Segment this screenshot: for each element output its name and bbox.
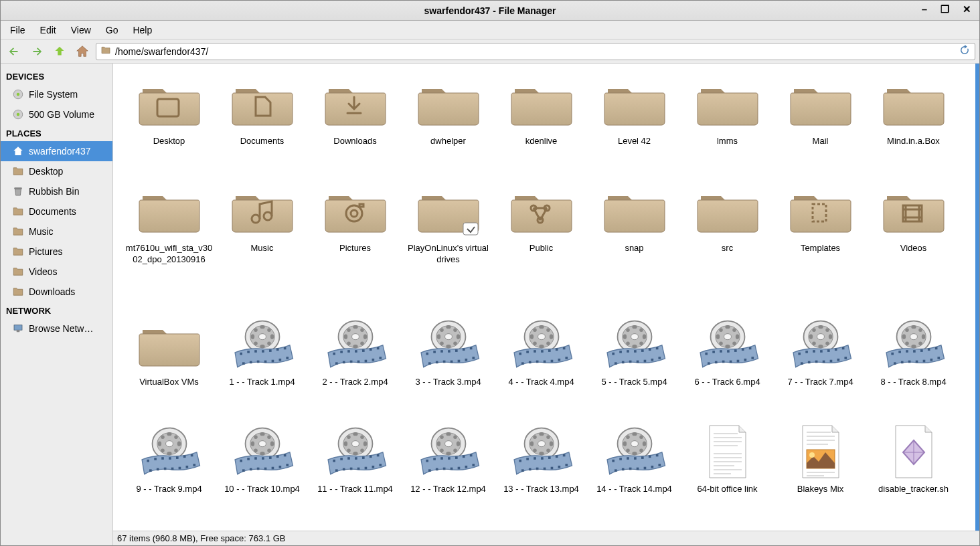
file-item[interactable]: Blakeys Mix: [774, 420, 867, 527]
svg-rect-84: [462, 348, 465, 351]
svg-rect-255: [247, 458, 250, 460]
svg-rect-215: [922, 360, 925, 363]
svg-rect-359: [648, 455, 651, 458]
file-item[interactable]: 2 - - Track 2.mp4: [309, 312, 402, 420]
svg-point-76: [453, 328, 457, 331]
sidebar-item-network-0[interactable]: Browse Netw…: [1, 318, 112, 339]
home-button[interactable]: [73, 42, 92, 61]
svg-rect-205: [898, 351, 901, 353]
svg-point-46: [353, 325, 357, 329]
file-item[interactable]: PlayOnLinux's virtual drives: [402, 179, 495, 312]
minimize-button[interactable]: –: [919, 3, 930, 15]
svg-point-20: [258, 334, 266, 340]
svg-rect-105: [526, 351, 529, 353]
svg-point-326: [546, 435, 550, 438]
svg-rect-32: [262, 350, 264, 353]
file-item[interactable]: mt7610u_wifi_sta_v3002_dpo_20130916: [122, 179, 216, 312]
sidebar-item-places-1[interactable]: Desktop: [1, 161, 112, 181]
scrollbar[interactable]: [975, 64, 979, 531]
svg-point-301: [453, 435, 457, 438]
trash-icon: [11, 185, 25, 198]
svg-point-146: [725, 325, 730, 329]
file-item[interactable]: VirtualBox VMs: [122, 312, 216, 420]
svg-rect-214: [915, 361, 918, 363]
file-item[interactable]: 13 - - Track 13.mp4: [495, 420, 588, 527]
file-item[interactable]: 9 - - Track 9.mp4: [122, 420, 216, 527]
file-label: Level 42: [618, 136, 651, 147]
svg-point-346: [632, 432, 637, 436]
addressbar[interactable]: [96, 43, 975, 60]
file-item[interactable]: 3 - - Track 3.mp4: [402, 312, 495, 420]
sidebar-item-devices-0[interactable]: File System: [1, 84, 112, 104]
menu-help[interactable]: Help: [126, 22, 159, 38]
sidebar-item-places-0[interactable]: swarfendor437: [1, 141, 112, 161]
file-item[interactable]: dwhelper: [402, 72, 495, 179]
file-item[interactable]: Videos: [867, 179, 960, 312]
file-item[interactable]: 5 - - Track 5.mp4: [588, 312, 681, 420]
svg-point-350: [626, 435, 629, 438]
forward-button[interactable]: [27, 42, 46, 61]
menu-view[interactable]: View: [64, 22, 98, 38]
icon-grid[interactable]: DesktopDocumentsDownloadsdwhelperkdenliv…: [113, 64, 979, 531]
svg-rect-315: [457, 467, 460, 470]
file-item[interactable]: 11 - - Track 11.mp4: [309, 420, 402, 527]
file-item[interactable]: Music: [216, 179, 309, 312]
file-item[interactable]: Downloads: [309, 72, 402, 179]
file-item[interactable]: Pictures: [309, 179, 402, 312]
maximize-button[interactable]: ❐: [938, 3, 952, 15]
file-item[interactable]: src: [681, 179, 774, 312]
up-button[interactable]: [50, 42, 69, 61]
back-button[interactable]: [5, 42, 23, 61]
svg-rect-188: [815, 361, 817, 363]
svg-rect-240: [178, 467, 181, 470]
menu-edit[interactable]: Edit: [33, 22, 63, 38]
svg-rect-33: [269, 349, 272, 352]
refresh-button[interactable]: [959, 44, 971, 58]
path-input[interactable]: [115, 46, 955, 57]
file-item[interactable]: 64-bit office link: [681, 420, 774, 527]
file-item[interactable]: 12 - - Track 12.mp4: [402, 420, 495, 527]
svg-point-324: [549, 442, 552, 446]
file-item[interactable]: Mind.in.a.Box: [867, 72, 960, 179]
sidebar-item-devices-1[interactable]: 500 GB Volume: [1, 104, 112, 124]
sidebar-item-places-3[interactable]: Documents: [1, 201, 112, 221]
svg-rect-207: [913, 350, 916, 353]
sidebar-item-places-7[interactable]: Downloads: [1, 282, 112, 302]
sidebar-item-places-4[interactable]: Music: [1, 221, 112, 242]
file-item[interactable]: kdenlive: [495, 72, 588, 179]
svg-point-273: [343, 442, 347, 446]
sidebar-item-places-6[interactable]: Videos: [1, 262, 112, 282]
file-label: 5 - - Track 5.mp4: [601, 377, 667, 388]
file-item[interactable]: Public: [495, 179, 588, 312]
file-item[interactable]: 10 - - Track 10.mp4: [216, 420, 309, 527]
svg-rect-364: [636, 468, 639, 470]
file-item[interactable]: disable_tracker.sh: [867, 420, 960, 527]
sidebar-item-places-5[interactable]: Pictures: [1, 242, 112, 262]
file-item[interactable]: 4 - - Track 4.mp4: [495, 312, 588, 420]
file-item[interactable]: 14 - - Track 14.mp4: [588, 420, 681, 527]
file-item[interactable]: 8 - - Track 8.mp4: [867, 312, 960, 420]
file-item[interactable]: 1 - - Track 1.mp4: [216, 312, 309, 420]
file-item[interactable]: Templates: [774, 179, 867, 312]
menu-go[interactable]: Go: [99, 22, 125, 38]
svg-rect-335: [562, 454, 565, 457]
file-item[interactable]: Level 42: [588, 72, 681, 179]
file-label: 6 - - Track 6.mp4: [694, 377, 760, 388]
svg-point-21: [260, 325, 264, 329]
file-item[interactable]: Documents: [216, 72, 309, 179]
svg-rect-257: [262, 457, 264, 460]
svg-point-247: [260, 452, 264, 455]
svg-rect-182: [820, 350, 823, 353]
file-item[interactable]: snap: [588, 179, 681, 312]
file-item[interactable]: Mail: [774, 72, 867, 179]
svg-rect-211: [894, 362, 896, 365]
menu-file[interactable]: File: [3, 22, 32, 38]
svg-point-253: [267, 448, 270, 452]
file-item[interactable]: lmms: [681, 72, 774, 179]
close-button[interactable]: ✕: [960, 3, 974, 15]
svg-point-200: [905, 328, 908, 331]
file-item[interactable]: 7 - - Track 7.mp4: [774, 312, 867, 420]
file-item[interactable]: 6 - - Track 6.mp4: [681, 312, 774, 420]
sidebar-item-places-2[interactable]: Rubbish Bin: [1, 181, 112, 201]
file-item[interactable]: Desktop: [122, 72, 216, 179]
